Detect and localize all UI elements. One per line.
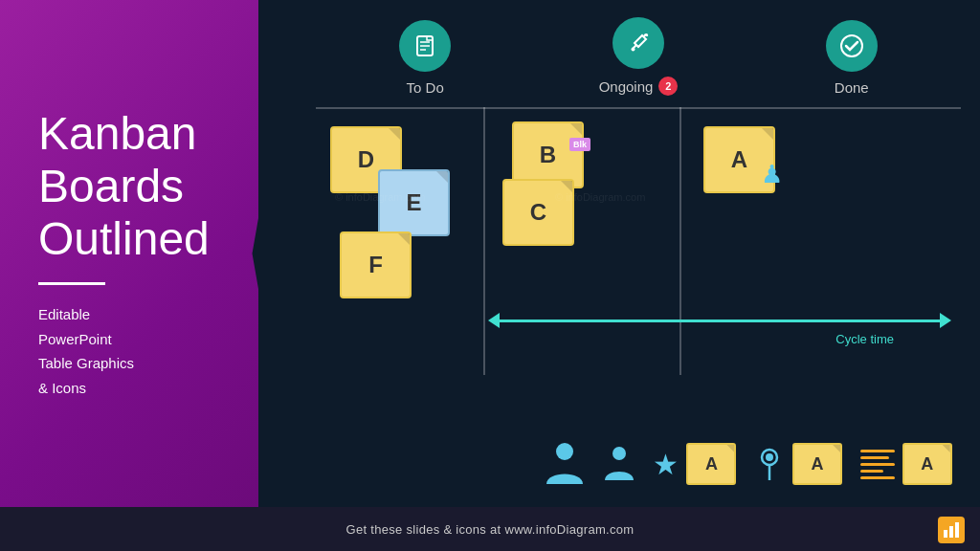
ongoing-label-row: Ongoing 2	[599, 77, 679, 96]
check-icon	[838, 33, 865, 59]
footer-bar: Get these slides & icons at www.infoDiag…	[0, 507, 980, 551]
person-on-card-a: ♟	[761, 160, 783, 189]
svg-point-6	[841, 35, 862, 56]
main-title: Kanban Boards Outlined	[38, 107, 268, 266]
todo-label: To Do	[407, 79, 444, 96]
col-header-ongoing: Ongoing 2	[599, 17, 679, 96]
person-large-icon	[545, 440, 585, 488]
svg-point-7	[556, 443, 573, 460]
done-icon-circle	[826, 20, 878, 72]
svg-point-5	[631, 48, 635, 52]
svg-rect-13	[949, 526, 953, 538]
person-small-icon	[603, 444, 635, 484]
svg-rect-14	[955, 522, 959, 538]
cycle-time-label: Cycle time	[835, 332, 894, 346]
cycle-arrow	[488, 313, 951, 328]
pin-icon	[754, 446, 785, 482]
star-icon: ★	[653, 448, 679, 481]
todo-icon-circle	[399, 20, 451, 72]
large-person-icon	[545, 440, 585, 488]
small-person-icon	[603, 444, 635, 484]
ongoing-badge: 2	[658, 77, 678, 96]
card-c: C	[502, 179, 574, 246]
blk-tag: Blk	[569, 138, 590, 151]
ongoing-icon-circle	[612, 17, 664, 69]
done-label: Done	[835, 79, 869, 96]
lines-icon	[860, 450, 895, 479]
left-panel: Kanban Boards Outlined Editable PowerPoi…	[0, 0, 297, 507]
logo-icon	[942, 520, 961, 540]
card-e: E	[378, 169, 450, 236]
subtitle: Editable PowerPoint Table Graphics & Ico…	[38, 302, 268, 400]
kanban-grid: D E F B Blk C A ♟	[316, 107, 961, 375]
infodiagram-logo	[938, 517, 965, 543]
bottom-icons-row: ★ A A	[517, 421, 980, 507]
list-icon	[412, 33, 438, 59]
arrow-left	[488, 313, 500, 328]
cycle-line	[500, 320, 940, 322]
col-header-done: Done	[826, 20, 878, 96]
footer-text: Get these slides & icons at www.infoDiag…	[346, 522, 635, 537]
mini-card-lines: A	[902, 443, 952, 485]
columns-header: To Do Ongoing 2	[258, 0, 980, 96]
svg-point-10	[766, 453, 773, 461]
card-f: F	[340, 231, 412, 298]
pin-card-group: A	[754, 443, 842, 485]
main-container: Kanban Boards Outlined Editable PowerPoi…	[0, 0, 980, 551]
right-panel: To Do Ongoing 2	[258, 0, 980, 507]
mini-card-star: A	[686, 443, 736, 485]
divider-line-1	[483, 107, 485, 375]
svg-point-8	[612, 447, 626, 460]
star-card-group: ★ A	[653, 443, 736, 485]
title-divider	[38, 282, 105, 285]
col-header-todo: To Do	[399, 20, 451, 96]
tools-icon	[625, 30, 652, 56]
lines-card-group: A	[860, 443, 952, 485]
mini-card-pin: A	[792, 443, 842, 485]
cycle-time-row: Cycle time	[488, 313, 951, 346]
top-border-line	[316, 107, 961, 109]
ongoing-label: Ongoing	[599, 78, 654, 95]
svg-rect-12	[944, 530, 947, 538]
arrow-right	[940, 313, 951, 328]
